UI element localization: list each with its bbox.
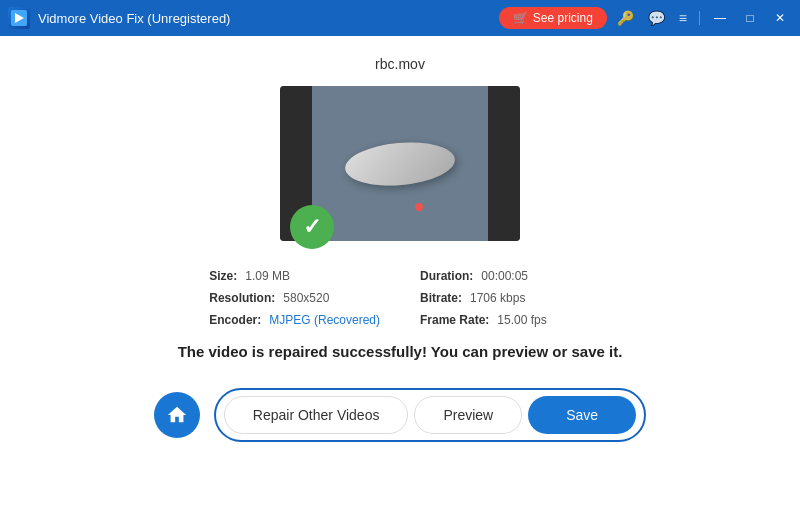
duration-label: Duration: (420, 269, 473, 283)
app-title: Vidmore Video Fix (Unregistered) (38, 11, 230, 26)
bottom-bar: Repair Other Videos Preview Save (0, 378, 800, 452)
duration-value: 00:00:05 (481, 269, 528, 283)
size-value: 1.09 MB (245, 269, 290, 283)
home-button[interactable] (154, 392, 200, 438)
menu-icon[interactable]: ≡ (675, 8, 691, 28)
maximize-button[interactable]: □ (738, 9, 762, 27)
close-button[interactable]: ✕ (768, 9, 792, 27)
bitrate-label: Bitrate: (420, 291, 462, 305)
resolution-label: Resolution: (209, 291, 275, 305)
bitrate-row: Bitrate: 1706 kbps (420, 291, 591, 305)
title-bar-left: Vidmore Video Fix (Unregistered) (8, 7, 230, 29)
resolution-row: Resolution: 580x520 (209, 291, 380, 305)
divider (699, 11, 700, 25)
app-logo (8, 7, 30, 29)
preview-button[interactable]: Preview (414, 396, 522, 434)
cursor-dot (415, 203, 423, 211)
video-container (280, 86, 520, 241)
encoder-label: Encoder: (209, 313, 261, 327)
info-table: Size: 1.09 MB Duration: 00:00:05 Resolut… (209, 269, 590, 327)
cart-icon: 🛒 (513, 11, 528, 25)
file-name: rbc.mov (375, 56, 425, 72)
framerate-row: Frame Rate: 15.00 fps (420, 313, 591, 327)
title-bar-right: 🛒 See pricing 🔑 💬 ≡ — □ ✕ (499, 7, 792, 29)
key-icon[interactable]: 🔑 (613, 8, 638, 28)
success-message: The video is repaired successfully! You … (178, 343, 623, 360)
size-label: Size: (209, 269, 237, 283)
resolution-value: 580x520 (283, 291, 329, 305)
encoder-value: MJPEG (Recovered) (269, 313, 380, 327)
repair-other-videos-button[interactable]: Repair Other Videos (224, 396, 409, 434)
framerate-label: Frame Rate: (420, 313, 489, 327)
encoder-row: Encoder: MJPEG (Recovered) (209, 313, 380, 327)
bitrate-value: 1706 kbps (470, 291, 525, 305)
duration-row: Duration: 00:00:05 (420, 269, 591, 283)
framerate-value: 15.00 fps (497, 313, 546, 327)
chat-icon[interactable]: 💬 (644, 8, 669, 28)
success-badge (290, 205, 334, 249)
home-icon (166, 404, 188, 426)
minimize-button[interactable]: — (708, 9, 732, 27)
see-pricing-button[interactable]: 🛒 See pricing (499, 7, 607, 29)
action-buttons-container: Repair Other Videos Preview Save (214, 388, 646, 442)
main-content: rbc.mov Size: 1.09 MB Duration: 00:00:05… (0, 36, 800, 519)
title-bar: Vidmore Video Fix (Unregistered) 🛒 See p… (0, 0, 800, 36)
blimp-shape (343, 138, 456, 189)
size-row: Size: 1.09 MB (209, 269, 380, 283)
video-content (312, 86, 488, 241)
save-button[interactable]: Save (528, 396, 636, 434)
